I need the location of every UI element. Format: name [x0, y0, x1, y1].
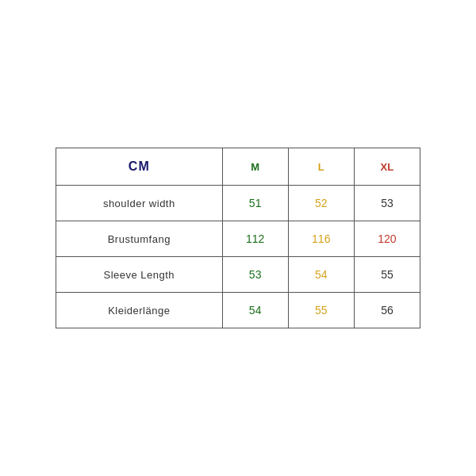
val-l: 116: [288, 221, 354, 257]
val-m: 112: [222, 221, 288, 257]
col-m-header: M: [222, 148, 288, 186]
val-xl: 55: [354, 257, 420, 293]
val-l: 55: [288, 293, 354, 328]
val-m: 51: [222, 186, 288, 221]
row-label: Kleiderlänge: [56, 293, 223, 328]
table-row: Sleeve Length535455: [56, 257, 420, 293]
col-xl-header: XL: [354, 148, 420, 186]
val-l: 54: [288, 257, 354, 293]
val-m: 54: [222, 293, 288, 328]
unit-header: CM: [56, 148, 223, 186]
table-row: Brustumfang112116120: [56, 221, 420, 257]
size-table: CM M L XL shoulder width515253Brustumfan…: [56, 148, 420, 328]
val-xl: 53: [354, 186, 420, 221]
table-row: shoulder width515253: [56, 186, 420, 221]
table-row: Kleiderlänge545556: [56, 293, 420, 328]
row-label: Brustumfang: [56, 221, 223, 257]
val-l: 52: [288, 186, 354, 221]
table-header-row: CM M L XL: [56, 148, 420, 186]
row-label: shoulder width: [56, 186, 223, 221]
val-xl: 56: [354, 293, 420, 328]
val-m: 53: [222, 257, 288, 293]
col-l-header: L: [288, 148, 354, 186]
val-xl: 120: [354, 221, 420, 257]
row-label: Sleeve Length: [56, 257, 223, 293]
size-table-container: CM M L XL shoulder width515253Brustumfan…: [56, 148, 420, 328]
